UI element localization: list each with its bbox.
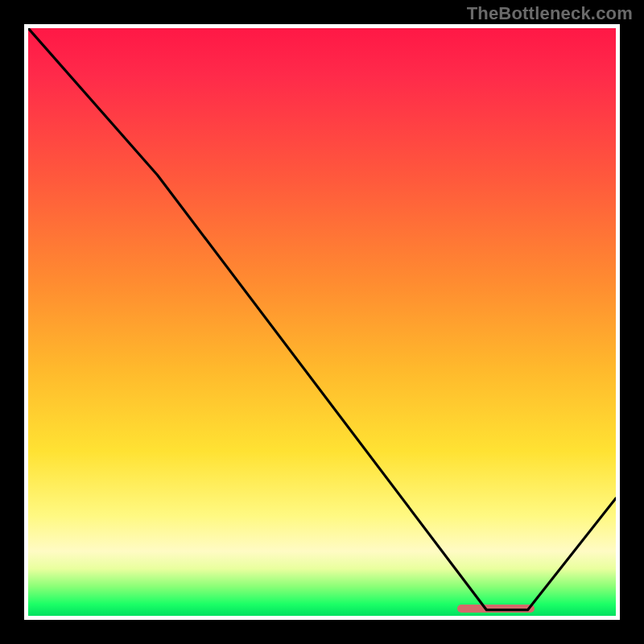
chart-root: TheBottleneck.com bbox=[0, 0, 644, 644]
watermark-text: TheBottleneck.com bbox=[467, 3, 633, 24]
plot-area bbox=[24, 24, 620, 620]
bottleneck-curve bbox=[28, 28, 616, 616]
